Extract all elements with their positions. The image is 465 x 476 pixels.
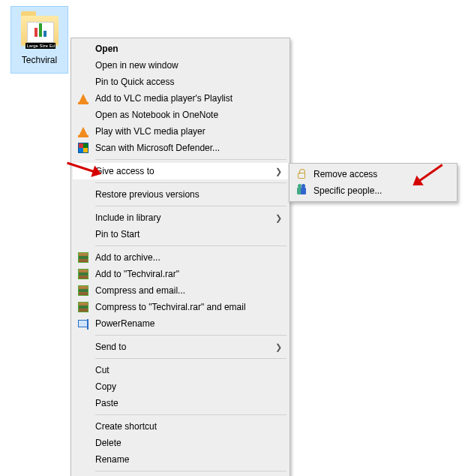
blank-icon: [76, 381, 91, 393]
menu-item-label: Remove access: [314, 169, 449, 179]
menu-item-label: Paste: [95, 398, 282, 408]
menu-item-defender[interactable]: Scan with Microsoft Defender...: [73, 140, 288, 156]
menu-item-label: Rename: [95, 454, 282, 465]
blank-icon: [76, 341, 91, 353]
menu-item-label: Open in new window: [95, 60, 282, 71]
blank-icon: [76, 165, 91, 177]
menu-item-rename[interactable]: Rename: [73, 451, 288, 468]
menu-item-vlc-playlist[interactable]: Add to VLC media player's Playlist: [73, 90, 288, 107]
desktop-folder-techviral[interactable]: Large Size Ed Techviral: [10, 6, 68, 74]
submenu-arrow-icon: ❯: [275, 213, 282, 223]
blank-icon: [76, 43, 91, 55]
blank-icon: [76, 453, 91, 465]
menu-item-label: Specific people...: [314, 185, 449, 196]
menu-separator: [95, 358, 286, 359]
menu-item-label: Give access to: [95, 166, 282, 176]
menu-item-label: Include in library: [95, 212, 282, 223]
rar-icon: [76, 285, 91, 297]
menu-separator: [95, 246, 286, 246]
menu-item-label: Send to: [95, 342, 282, 352]
rename-icon: [76, 318, 91, 330]
menu-separator: [95, 206, 286, 206]
menu-item-label: Play with VLC media player: [95, 126, 282, 137]
blank-icon: [76, 437, 91, 449]
shield-icon: [76, 142, 91, 154]
blank-icon: [76, 228, 91, 240]
menu-item-copy[interactable]: Copy: [73, 378, 288, 395]
folder-strip-text: Large Size Ed: [26, 43, 56, 49]
menu-item-label: Restore previous versions: [95, 189, 282, 200]
menu-item-open[interactable]: Open: [73, 41, 288, 57]
menu-item-label: Compress and email...: [95, 285, 282, 296]
blank-icon: [76, 420, 91, 432]
menu-item-compress-techviral-email[interactable]: Compress to "Techviral.rar" and email: [73, 299, 288, 315]
blank-icon: [76, 397, 91, 409]
menu-item-label: Add to VLC media player's Playlist: [95, 93, 282, 104]
folder-icon: Large Size Ed: [20, 11, 60, 52]
menu-item-create-shortcut[interactable]: Create shortcut: [73, 418, 288, 435]
menu-item-label: Scan with Microsoft Defender...: [95, 143, 282, 153]
lock-icon: [294, 168, 309, 180]
menu-item-include-library[interactable]: Include in library❯: [73, 209, 288, 226]
vlc-icon: [76, 125, 91, 137]
menu-item-label: PowerRename: [95, 318, 282, 329]
menu-separator: [95, 159, 286, 160]
menu-item-label: Delete: [95, 438, 282, 448]
menu-item-powerrename[interactable]: PowerRename: [73, 315, 288, 332]
vlc-icon: [76, 92, 91, 104]
menu-item-specific-people[interactable]: Specific people...: [291, 182, 455, 199]
blank-icon: [76, 59, 91, 71]
menu-separator: [95, 182, 286, 183]
menu-item-restore-prev[interactable]: Restore previous versions: [73, 186, 288, 203]
rar-icon: [76, 268, 91, 280]
menu-separator: [95, 335, 286, 336]
menu-item-label: Add to archive...: [95, 252, 282, 263]
blank-icon: [76, 188, 91, 200]
menu-item-compress-email[interactable]: Compress and email...: [73, 282, 288, 299]
menu-item-open-new-window[interactable]: Open in new window: [73, 57, 288, 74]
menu-separator: [95, 471, 286, 471]
menu-item-pin-start[interactable]: Pin to Start: [73, 226, 288, 243]
menu-item-remove-access[interactable]: Remove access: [291, 166, 455, 182]
menu-item-label: Open: [95, 44, 282, 54]
blank-icon: [76, 109, 91, 121]
menu-item-label: Open as Notebook in OneNote: [95, 110, 282, 120]
menu-item-delete[interactable]: Delete: [73, 435, 288, 451]
context-menu: OpenOpen in new windowPin to Quick acces…: [70, 38, 290, 476]
blank-icon: [76, 76, 91, 88]
menu-item-label: Pin to Start: [95, 229, 282, 240]
people-icon: [294, 185, 309, 197]
menu-item-paste[interactable]: Paste: [73, 395, 288, 411]
desktop-icon-label: Techviral: [11, 55, 68, 65]
menu-item-cut[interactable]: Cut: [73, 362, 288, 378]
menu-item-label: Compress to "Techviral.rar" and email: [95, 302, 282, 312]
menu-item-give-access-to[interactable]: Give access to❯: [73, 163, 288, 179]
blank-icon: [76, 212, 91, 224]
menu-item-vlc-play[interactable]: Play with VLC media player: [73, 123, 288, 140]
menu-separator: [95, 414, 286, 415]
menu-item-label: Copy: [95, 381, 282, 392]
submenu-arrow-icon: ❯: [275, 167, 282, 176]
rar-icon: [76, 252, 91, 264]
menu-item-onenote[interactable]: Open as Notebook in OneNote: [73, 107, 288, 123]
rar-icon: [76, 301, 91, 313]
menu-item-add-techviral-rar[interactable]: Add to "Techviral.rar": [73, 266, 288, 282]
menu-item-pin-quick-access[interactable]: Pin to Quick access: [73, 74, 288, 90]
menu-item-label: Add to "Techviral.rar": [95, 269, 282, 279]
menu-item-send-to[interactable]: Send to❯: [73, 339, 288, 355]
give-access-to-submenu: Remove accessSpecific people...: [289, 163, 458, 202]
menu-item-label: Cut: [95, 365, 282, 375]
menu-item-label: Pin to Quick access: [95, 77, 282, 87]
submenu-arrow-icon: ❯: [275, 342, 282, 352]
menu-item-label: Create shortcut: [95, 421, 282, 432]
blank-icon: [76, 364, 91, 376]
menu-item-add-archive[interactable]: Add to archive...: [73, 249, 288, 266]
